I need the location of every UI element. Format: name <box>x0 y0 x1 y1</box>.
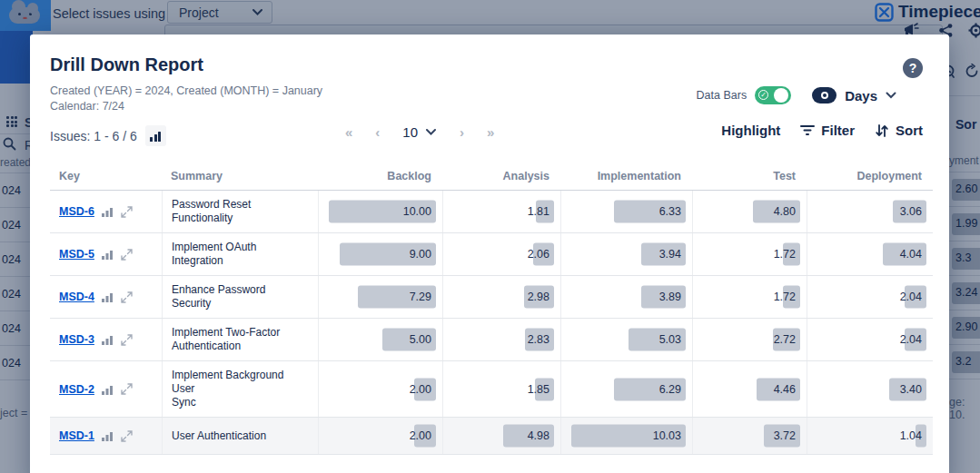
dialog-subtitle-calendar: Calendar: 7/24 <box>50 100 124 113</box>
chart-view-button[interactable] <box>145 125 166 146</box>
data-value: 4.98 <box>528 429 549 442</box>
key-cell: MSD-4 <box>50 276 162 318</box>
sort-button[interactable]: Sort <box>875 123 923 138</box>
screen: Select issues using Project Timepiece <box>0 0 980 473</box>
value-cell-test: 2.72 <box>692 319 807 360</box>
data-value: 5.00 <box>410 333 431 346</box>
help-button[interactable]: ? <box>903 58 923 78</box>
prev-page-button[interactable]: ‹ <box>375 124 379 140</box>
data-value: 2.04 <box>900 333 922 346</box>
page-size-value: 10 <box>402 124 418 140</box>
issue-key-link[interactable]: MSD-3 <box>59 333 94 346</box>
filter-icon <box>800 124 815 136</box>
value-cell-implementation: 3.89 <box>560 276 692 318</box>
value-cell-backlog: 2.00 <box>318 418 442 454</box>
drill-down-table: KeySummaryBacklogAnalysisImplementationT… <box>50 167 933 455</box>
next-page-button[interactable]: › <box>460 124 463 140</box>
highlight-button[interactable]: Highlight <box>721 123 780 138</box>
data-value: 9.00 <box>410 248 431 261</box>
key-cell: MSD-3 <box>50 319 162 360</box>
issue-key-link[interactable]: MSD-5 <box>59 248 94 261</box>
unit-dropdown-value[interactable]: Days <box>845 88 877 103</box>
table-body: MSD-6Password Reset Functionality10.001.… <box>50 191 933 455</box>
expand-icon[interactable] <box>121 249 133 261</box>
expand-icon[interactable] <box>121 334 133 346</box>
value-cell-analysis: 2.98 <box>442 276 560 318</box>
value-cell-deployment: 2.04 <box>807 276 933 318</box>
value-cell-implementation: 3.94 <box>560 233 692 275</box>
mini-bar-chart-icon <box>102 430 114 441</box>
value-cell-backlog: 7.29 <box>318 276 442 318</box>
issue-key-link[interactable]: MSD-6 <box>59 205 94 218</box>
table-row-msd-2: MSD-2Implement Background User Sync2.001… <box>50 361 933 418</box>
data-value: 2.06 <box>528 248 549 261</box>
table-row-msd-4: MSD-4Enhance Password Security7.292.983.… <box>50 276 933 319</box>
table-row-msd-1: MSD-1User Authentication2.004.9810.033.7… <box>50 418 933 455</box>
value-cell-test: 4.80 <box>692 191 807 232</box>
sort-icon <box>875 123 889 138</box>
column-header-deployment: Deployment <box>807 170 933 190</box>
issue-key-link[interactable]: MSD-1 <box>59 429 94 442</box>
mini-bar-chart-icon <box>102 291 114 302</box>
data-value: 10.03 <box>653 429 681 442</box>
issue-key-link[interactable]: MSD-2 <box>59 383 94 396</box>
data-value: 2.04 <box>900 291 922 303</box>
value-cell-deployment: 3.40 <box>807 361 933 417</box>
expand-icon[interactable] <box>121 206 133 218</box>
value-cell-backlog: 10.00 <box>318 191 442 232</box>
value-cell-test: 3.72 <box>692 418 807 454</box>
data-bars-label: Data Bars <box>697 89 747 102</box>
drill-down-report-dialog: Drill Down Report Created (YEAR) = 2024,… <box>30 34 949 473</box>
table-actions: Highlight Filter Sort <box>721 123 923 138</box>
value-cell-deployment: 3.06 <box>807 191 933 232</box>
data-value: 1.72 <box>774 248 796 261</box>
summary-cell: Implement OAuth Integration <box>162 233 318 275</box>
column-header-analysis: Analysis <box>442 170 560 190</box>
key-cell: MSD-5 <box>50 233 162 275</box>
data-value: 1.04 <box>900 429 922 442</box>
chevron-down-icon[interactable] <box>886 92 896 99</box>
display-controls: Data Bars ✓ Days <box>697 86 896 104</box>
data-value: 4.80 <box>774 205 796 218</box>
value-cell-test: 1.72 <box>692 233 807 275</box>
dialog-title: Drill Down Report <box>50 54 203 75</box>
issue-key-link[interactable]: MSD-4 <box>59 291 94 303</box>
value-cell-backlog: 2.00 <box>318 361 442 417</box>
key-cell: MSD-1 <box>50 418 162 454</box>
column-header-implementation: Implementation <box>560 170 692 190</box>
summary-cell: Implement Two-Factor Authentication <box>162 319 318 360</box>
issues-summary: Issues: 1 - 6 / 6 <box>50 125 166 146</box>
data-value: 5.03 <box>659 333 681 346</box>
summary-cell: Password Reset Functionality <box>162 191 318 232</box>
data-value: 10.00 <box>403 205 431 218</box>
expand-icon[interactable] <box>121 430 133 442</box>
expand-icon[interactable] <box>121 291 133 303</box>
filter-button[interactable]: Filter <box>800 123 855 138</box>
page-size-select[interactable]: 10 <box>402 124 436 140</box>
last-page-button[interactable]: » <box>487 124 493 140</box>
key-cell: MSD-2 <box>50 361 162 417</box>
data-value: 6.33 <box>659 205 681 218</box>
data-bars-toggle[interactable]: ✓ <box>755 86 791 104</box>
mini-bar-chart-icon <box>102 334 114 345</box>
data-value: 3.89 <box>659 291 681 303</box>
value-cell-deployment: 4.04 <box>807 233 933 275</box>
first-page-button[interactable]: « <box>345 124 351 140</box>
data-value: 2.00 <box>410 429 431 442</box>
value-cell-deployment: 2.04 <box>807 319 933 360</box>
key-cell: MSD-6 <box>50 191 162 232</box>
column-header-test: Test <box>692 170 807 190</box>
column-header-key: Key <box>50 170 162 190</box>
issues-count-label: Issues: 1 - 6 / 6 <box>50 129 137 143</box>
data-value: 2.00 <box>410 383 431 396</box>
chevron-down-icon <box>426 129 436 135</box>
column-header-summary: Summary <box>162 170 318 190</box>
pagination: « ‹ 10 › » <box>345 124 493 140</box>
expand-icon[interactable] <box>121 383 133 395</box>
data-value: 1.81 <box>528 205 549 218</box>
data-value: 4.46 <box>774 383 796 396</box>
value-cell-backlog: 9.00 <box>318 233 442 275</box>
eye-icon <box>812 87 836 103</box>
toggle-knob <box>774 88 788 103</box>
value-cell-backlog: 5.00 <box>318 319 442 360</box>
